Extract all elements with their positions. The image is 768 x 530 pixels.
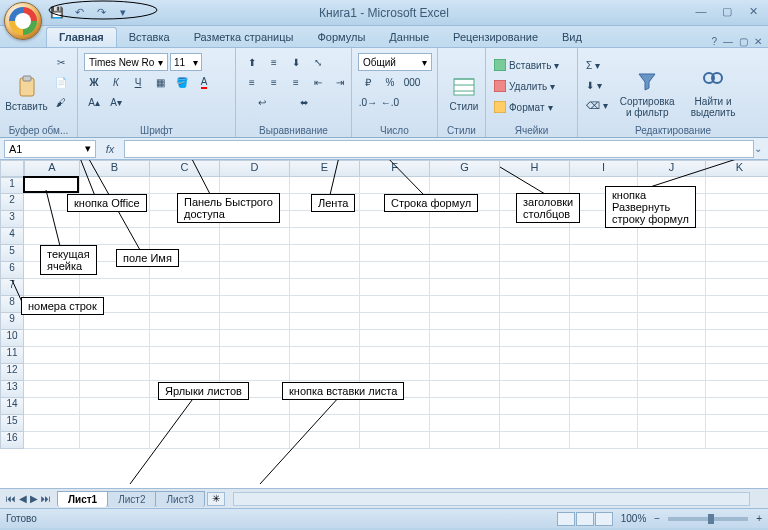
cell[interactable] <box>290 262 360 279</box>
cell[interactable] <box>290 245 360 262</box>
undo-icon[interactable]: ↶ <box>70 4 88 22</box>
cell[interactable] <box>430 432 500 449</box>
cell[interactable] <box>500 262 570 279</box>
row-header[interactable]: 8 <box>0 296 24 313</box>
cell[interactable] <box>220 211 290 228</box>
cell[interactable] <box>150 279 220 296</box>
cell[interactable] <box>290 364 360 381</box>
column-header[interactable]: D <box>220 160 290 177</box>
tab-home[interactable]: Главная <box>46 27 117 47</box>
grow-font-icon[interactable]: A▴ <box>84 93 104 111</box>
cell[interactable] <box>360 194 430 211</box>
cell[interactable] <box>430 262 500 279</box>
cell[interactable] <box>290 279 360 296</box>
cell[interactable] <box>220 228 290 245</box>
close-icon[interactable]: ✕ <box>744 3 762 19</box>
minimize-ribbon-icon[interactable]: — <box>723 36 733 47</box>
cell[interactable] <box>220 347 290 364</box>
cell[interactable] <box>638 279 706 296</box>
increase-decimal-icon[interactable]: .0→ <box>358 93 378 111</box>
decrease-decimal-icon[interactable]: ←.0 <box>380 93 400 111</box>
tab-view[interactable]: Вид <box>550 28 594 47</box>
cell[interactable] <box>220 296 290 313</box>
cell[interactable] <box>706 313 768 330</box>
indent-increase-icon[interactable]: ⇥ <box>330 73 350 91</box>
cell[interactable] <box>430 177 500 194</box>
cell[interactable] <box>706 381 768 398</box>
cell[interactable] <box>638 228 706 245</box>
align-top-icon[interactable]: ⬆ <box>242 53 262 71</box>
cell[interactable] <box>638 313 706 330</box>
cell[interactable] <box>500 432 570 449</box>
cell[interactable] <box>80 415 150 432</box>
cell[interactable] <box>24 228 80 245</box>
save-icon[interactable]: 💾 <box>48 4 66 22</box>
cell[interactable] <box>430 415 500 432</box>
cell[interactable] <box>430 279 500 296</box>
row-header[interactable]: 14 <box>0 398 24 415</box>
cell[interactable] <box>706 194 768 211</box>
merge-icon[interactable]: ⬌ <box>284 93 324 111</box>
cell[interactable] <box>638 245 706 262</box>
cell[interactable] <box>570 330 638 347</box>
cell[interactable] <box>24 432 80 449</box>
cut-icon[interactable]: ✂ <box>51 53 71 71</box>
cell[interactable] <box>150 330 220 347</box>
cell[interactable] <box>24 364 80 381</box>
cell[interactable] <box>500 279 570 296</box>
sort-filter-button[interactable]: Сортировка и фильтр <box>614 50 681 137</box>
column-header[interactable]: G <box>430 160 500 177</box>
cell[interactable] <box>706 245 768 262</box>
formula-input[interactable] <box>124 140 754 158</box>
cell[interactable] <box>24 330 80 347</box>
cell[interactable] <box>360 262 430 279</box>
cell[interactable] <box>220 245 290 262</box>
cell[interactable] <box>360 279 430 296</box>
column-header[interactable]: E <box>290 160 360 177</box>
sheet-first-icon[interactable]: ⏮ <box>6 493 16 504</box>
cell[interactable] <box>24 245 80 262</box>
cell[interactable] <box>570 245 638 262</box>
cell[interactable] <box>290 296 360 313</box>
underline-button[interactable]: Ч <box>128 73 148 91</box>
cell[interactable] <box>150 177 220 194</box>
align-right-icon[interactable]: ≡ <box>286 73 306 91</box>
cell[interactable] <box>80 432 150 449</box>
row-header[interactable]: 2 <box>0 194 24 211</box>
column-header[interactable]: A <box>24 160 80 177</box>
cell[interactable] <box>638 330 706 347</box>
cell[interactable] <box>706 330 768 347</box>
cell[interactable] <box>706 296 768 313</box>
cell[interactable] <box>570 194 638 211</box>
view-normal-icon[interactable] <box>557 512 575 526</box>
indent-decrease-icon[interactable]: ⇤ <box>308 73 328 91</box>
cell[interactable] <box>290 211 360 228</box>
shrink-font-icon[interactable]: A▾ <box>106 93 126 111</box>
row-header[interactable]: 6 <box>0 262 24 279</box>
cell[interactable] <box>570 415 638 432</box>
cell[interactable] <box>24 415 80 432</box>
number-format-combo[interactable]: Общий▾ <box>358 53 432 71</box>
cell[interactable] <box>80 279 150 296</box>
format-cells-button[interactable]: Формат ▾ <box>492 98 561 116</box>
cell[interactable] <box>638 381 706 398</box>
cell[interactable] <box>24 296 80 313</box>
cell[interactable] <box>360 398 430 415</box>
cell[interactable] <box>360 228 430 245</box>
cell[interactable] <box>430 296 500 313</box>
cell[interactable] <box>80 262 150 279</box>
column-header[interactable]: H <box>500 160 570 177</box>
format-painter-icon[interactable]: 🖌 <box>51 93 71 111</box>
cell[interactable] <box>430 330 500 347</box>
cell[interactable] <box>24 398 80 415</box>
cell[interactable] <box>290 347 360 364</box>
cell[interactable] <box>80 296 150 313</box>
cell[interactable] <box>150 262 220 279</box>
zoom-out-icon[interactable]: − <box>654 513 660 524</box>
cell[interactable] <box>24 262 80 279</box>
clear-icon[interactable]: ⌫ ▾ <box>584 96 610 114</box>
cell[interactable] <box>570 381 638 398</box>
zoom-level[interactable]: 100% <box>621 513 647 524</box>
cell[interactable] <box>430 211 500 228</box>
cell[interactable] <box>500 211 570 228</box>
